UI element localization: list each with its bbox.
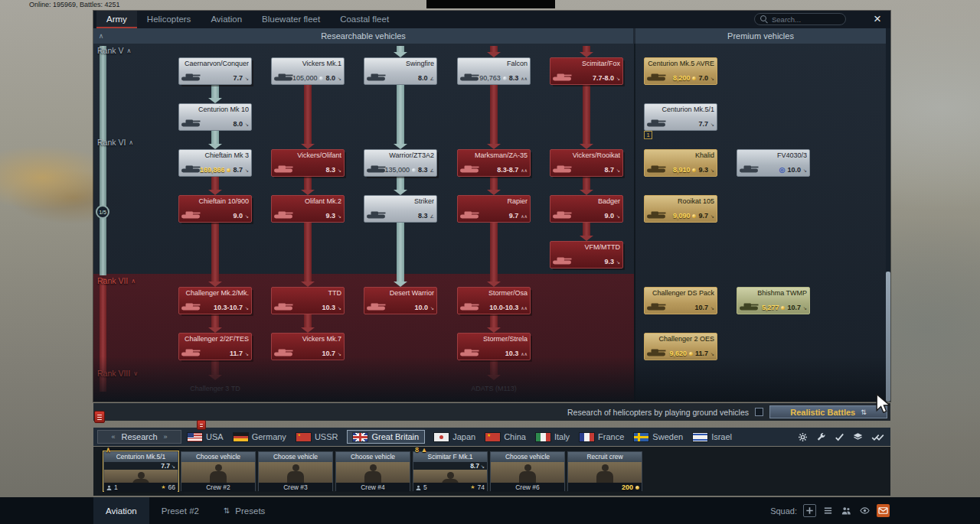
tree-arrow-head (208, 282, 222, 287)
vehicle-card[interactable]: Falcon90,7638.3∧∧ (457, 57, 531, 85)
vehicle-card[interactable]: Stormer/Strela10.3∧∧ (457, 333, 531, 360)
vehicle-br: 10.0-10.3 (489, 304, 518, 311)
nation-sweden[interactable]: Sweden (634, 432, 683, 441)
tree-arrow (397, 223, 404, 282)
crew-slot-4[interactable]: Choose vehicleCrew #4 (335, 451, 410, 491)
vehicle-name: Rapier (459, 197, 528, 205)
crew-vehicle-br: 8.7 (470, 462, 479, 470)
vehicle-card[interactable]: Centurion Mk.5 AVRE8,2007.0↘ (644, 57, 717, 85)
vehicle-card[interactable]: Challenger 2 OES9,62011.7↘ (644, 333, 717, 360)
vehicle-card[interactable]: Rooikat 1059,0909.7↘ (644, 195, 717, 223)
gear-icon[interactable] (798, 432, 808, 442)
vehicle-name: Challenger DS Pack (646, 289, 714, 297)
scrollbar[interactable] (886, 28, 890, 402)
crew-slot-5[interactable]: 8 ▲Scimitar F Mk.18.7↘5★74 (413, 451, 488, 491)
tank-icon (459, 71, 479, 81)
check-icon[interactable] (835, 432, 844, 442)
vehicle-card[interactable]: Vickers Mk.710.7↘ (271, 333, 345, 360)
vehicle-price: 8,200 (673, 74, 691, 82)
heli-research-checkbox[interactable] (755, 408, 763, 416)
crew-slot-title: Choose vehicle (491, 452, 564, 462)
crew-slot-2[interactable]: Choose vehicleCrew #2 (181, 451, 256, 491)
crew-slot-3[interactable]: Choose vehicleCrew #3 (258, 451, 333, 491)
vehicle-card[interactable]: Vickers Mk.1105,0008.0↘ (271, 57, 345, 85)
vehicle-card[interactable]: Challenger Mk.2/Mk.10.3-10.7↘ (178, 287, 252, 314)
vehicle-card[interactable]: Rapier9.7∧∧ (457, 195, 531, 223)
vehicle-card[interactable]: Marksman/ZA-358.3-8.7∧∧ (457, 149, 531, 177)
layers-icon[interactable] (853, 432, 863, 442)
nation-japan[interactable]: Japan (434, 432, 475, 441)
vehicle-card[interactable]: Badger9.0↘ (550, 195, 623, 223)
nation-germany[interactable]: Germany (234, 432, 286, 441)
vehicle-price: 90,763 (479, 74, 501, 82)
tree-arrow-head (580, 236, 593, 241)
bottom-tab-preset-2[interactable]: Preset #2 (149, 497, 211, 524)
crew-portrait (568, 462, 642, 483)
vehicle-card[interactable]: Centurion Mk.5/17.7↘1 (644, 103, 717, 131)
vehicle-card[interactable]: Desert Warrior10.0↘ (364, 287, 437, 314)
vehicle-card[interactable]: Striker8.3∠ (364, 195, 437, 223)
tree-arrow-head (301, 144, 315, 149)
nation-label: China (504, 432, 526, 441)
eye-icon[interactable] (858, 504, 871, 517)
nation-italy[interactable]: Italy (536, 432, 570, 441)
vehicle-card[interactable]: Stormer/Osa10.0-10.3∧∧ (457, 287, 531, 314)
vehicle-ghost[interactable]: Challenger 3 TD (178, 385, 252, 392)
bottom-tab-presets[interactable]: ⇅Presets (211, 497, 277, 524)
nation-ussr[interactable]: USSR (296, 432, 338, 441)
tree-arrow-head (301, 190, 315, 195)
vehicle-type-icon: ↘ (338, 76, 341, 81)
nation-france[interactable]: France (580, 432, 624, 441)
news-icon[interactable] (94, 411, 105, 423)
mail-icon[interactable] (877, 504, 890, 517)
crew-slot-1[interactable]: ∧Centurion Mk.5/17.7↘1★66 (103, 451, 178, 491)
vehicle-card[interactable]: Vickers/Olifant8.3↘ (271, 149, 345, 177)
vehicle-card[interactable]: Challenger 2/2F/TES11.7↘ (178, 333, 252, 360)
vehicle-card[interactable]: Chieftain 10/9009.0↘ (178, 195, 252, 223)
people-icon[interactable] (840, 504, 853, 517)
heli-research-label: Research of helicopters by playing groun… (567, 408, 749, 417)
nation-great-britain[interactable]: Great Britain (348, 431, 424, 443)
vehicle-card[interactable]: Olifant Mk.29.3↘ (271, 195, 345, 223)
coupon-icon: ◎ (779, 166, 786, 174)
double-check-icon[interactable] (871, 432, 884, 442)
nation-usa[interactable]: USA (188, 432, 224, 441)
vehicle-br: 10.7 (322, 350, 335, 357)
vehicle-card[interactable]: TTD10.3↘ (271, 287, 345, 314)
vehicle-card[interactable]: Challenger DS Pack10.7↘ (644, 287, 717, 314)
vehicle-name: Bhishma TWMP (739, 289, 807, 297)
vehicle-br: 8.0 (418, 74, 428, 82)
scroll-up-icon[interactable]: ∧ (96, 28, 106, 44)
vehicle-card[interactable]: Centurion Mk 108.0↘ (178, 103, 252, 131)
vehicle-card[interactable]: Scimitar/Fox7.7-8.0↘ (550, 57, 623, 85)
vehicle-card[interactable]: FV4030/3◎10.0↘ (737, 149, 810, 177)
list-icon[interactable] (822, 504, 835, 517)
research-button[interactable]: « Research » (97, 430, 181, 444)
vehicle-name: Desert Warrior (366, 289, 434, 297)
tank-icon (273, 163, 293, 173)
tree-arrow (304, 85, 312, 144)
wrench-icon[interactable] (816, 432, 826, 442)
vehicle-card[interactable]: Swingfire8.0∠ (364, 57, 437, 85)
vehicle-type-icon: ∧∧ (521, 168, 528, 173)
crew-slot-6[interactable]: Choose vehicleCrew #6 (490, 451, 565, 491)
vehicle-card[interactable]: Warrior/ZT3A2135,0008.3∠ (364, 149, 437, 177)
scrollbar-thumb[interactable] (886, 272, 890, 402)
nation-china[interactable]: China (485, 432, 526, 441)
vehicle-card[interactable]: Chieftain Mk 3169,8668.7↘ (178, 149, 252, 177)
crew-stat-value: 1 (114, 483, 118, 491)
vehicle-card[interactable]: Khalid8,9109.3↘ (644, 149, 717, 177)
nation-israel[interactable]: Israel (693, 432, 732, 441)
notification-icon[interactable] (197, 420, 206, 430)
vehicle-card[interactable]: Vickers/Rooikat8.7↘ (550, 149, 623, 177)
recruit-crew-slot[interactable]: Recruit crew200 (567, 451, 642, 491)
bottom-tab-aviation[interactable]: Aviation (93, 497, 149, 524)
vehicle-card[interactable]: Bhishma TWMP5,27710.7↘ (737, 287, 810, 314)
vehicle-card[interactable]: Caernarvon/Conquer7.7↘ (178, 57, 252, 85)
crew-slot-top-badge: 8 ▲ (415, 446, 427, 454)
vehicle-ghost[interactable]: ADATS (M113) (457, 385, 531, 392)
vehicle-card[interactable]: VFM/MTTD9.3↘ (550, 241, 623, 269)
tank-icon (366, 163, 386, 173)
game-mode-select[interactable]: Realistic Battles ⇅ (769, 405, 887, 418)
plus-icon[interactable] (803, 504, 816, 517)
